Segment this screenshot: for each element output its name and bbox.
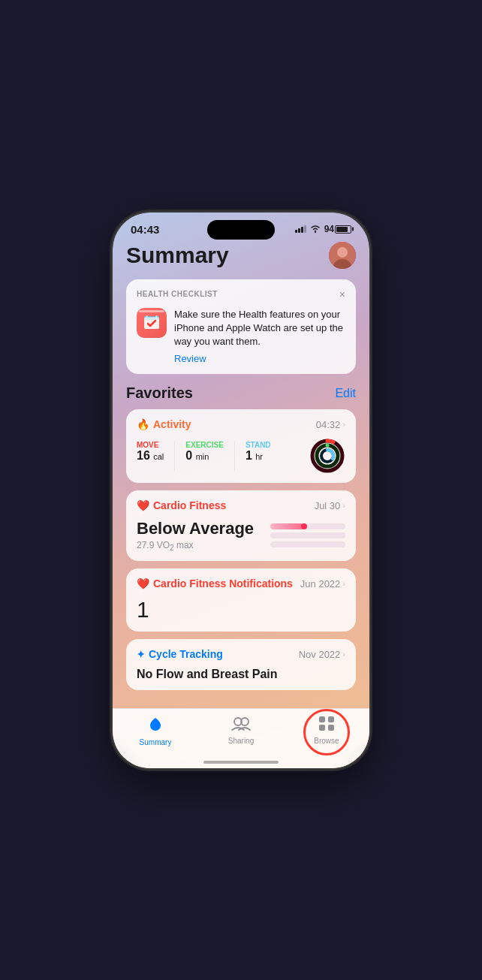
activity-time: 04:32 › — [316, 419, 345, 430]
edit-button[interactable]: Edit — [335, 387, 356, 400]
status-icons: 94 — [295, 224, 351, 234]
signal-bar-1 — [295, 230, 297, 233]
cardio-progress — [270, 523, 345, 547]
cardio-content: Below Average 27.9 VO2 max — [137, 519, 345, 552]
cycle-icon: ✦ — [137, 649, 145, 660]
sharing-tab-label: Sharing — [228, 737, 254, 745]
checklist-text: Make sure the Health features on your iP… — [174, 308, 345, 366]
move-label: Move — [137, 441, 164, 449]
signal-bar-2 — [298, 228, 300, 233]
vo2-value: 27.9 VO2 max — [137, 540, 254, 552]
progress-dot — [301, 523, 307, 529]
progress-bar-3 — [270, 541, 345, 547]
stats-container: Move 16 cal Exercise 0 min — [137, 441, 271, 471]
browse-tab-label: Browse — [314, 737, 339, 745]
chevron-right-icon: › — [342, 650, 345, 659]
health-checklist-card: HEALTH CHECKLIST × — [126, 279, 356, 375]
svg-rect-7 — [144, 318, 159, 320]
battery-fill — [336, 227, 348, 232]
activity-card[interactable]: 🔥 Activity 04:32 › Move 16 — [126, 409, 356, 483]
battery-level: 94 — [324, 224, 334, 234]
heart-notif-icon: ❤️ — [137, 577, 149, 590]
move-unit: cal — [153, 452, 164, 461]
stand-label: Stand — [246, 441, 271, 449]
cycle-subtitle: No Flow and Breast Pain — [137, 668, 345, 681]
stat-divider-1 — [174, 441, 175, 471]
checklist-header: HEALTH CHECKLIST × — [137, 288, 345, 300]
phone-screen: 04:43 94 — [113, 213, 369, 768]
cardio-label: ❤️ Cardio Fitness — [137, 499, 226, 511]
svg-rect-6 — [144, 316, 159, 318]
progress-fill — [270, 523, 304, 529]
exercise-stat: Exercise 0 min — [185, 441, 224, 471]
cycle-tracking-card[interactable]: ✦ Cycle Tracking Nov 2022 › No Flow and … — [126, 639, 356, 690]
vo2-unit: VO2 max — [157, 540, 194, 550]
activity-text: Activity — [153, 418, 191, 430]
signal-bar-4 — [304, 225, 306, 233]
exercise-label: Exercise — [185, 441, 224, 449]
heart-icon: ❤️ — [137, 499, 149, 511]
browse-tab-icon — [318, 715, 336, 734]
stand-value: 1 hr — [246, 449, 271, 463]
svg-point-1 — [337, 247, 348, 258]
checklist-section-title: HEALTH CHECKLIST — [137, 290, 218, 298]
checklist-icon — [137, 308, 167, 338]
battery-icon — [335, 225, 351, 234]
activity-rings — [309, 438, 345, 474]
progress-bar-1 — [270, 523, 345, 529]
move-stat: Move 16 cal — [137, 441, 164, 471]
favorites-title: Favorites — [126, 384, 193, 402]
cardio-fitness-card[interactable]: ❤️ Cardio Fitness Jul 30 › Below Average… — [126, 490, 356, 561]
battery-indicator: 94 — [324, 224, 351, 234]
notif-text: Cardio Fitness Notifications — [153, 577, 293, 590]
cycle-text: Cycle Tracking — [149, 648, 223, 660]
phone-frame: 04:43 94 — [113, 213, 369, 768]
chevron-right-icon: › — [342, 501, 345, 510]
stat-divider-2 — [234, 441, 235, 471]
wifi-icon — [310, 225, 321, 234]
cycle-card-header: ✦ Cycle Tracking Nov 2022 › — [137, 648, 345, 660]
cycle-date-value: Nov 2022 — [299, 649, 341, 660]
exercise-unit: min — [196, 452, 209, 461]
tab-sharing[interactable]: Sharing — [198, 715, 284, 745]
notif-label: ❤️ Cardio Fitness Notifications — [137, 577, 293, 590]
progress-bar-2 — [270, 532, 345, 538]
notif-card-header: ❤️ Cardio Fitness Notifications Jun 2022… — [137, 577, 345, 590]
page-title: Summary — [126, 243, 229, 268]
signal-bars-icon — [295, 225, 306, 233]
notif-date: Jun 2022 › — [300, 578, 345, 590]
cycle-label: ✦ Cycle Tracking — [137, 648, 223, 660]
checklist-content: Make sure the Health features on your iP… — [137, 308, 345, 366]
main-content: Summary HEALTH CHECKLIST × — [113, 239, 369, 719]
home-indicator — [203, 761, 279, 764]
activity-card-header: 🔥 Activity 04:32 › — [137, 418, 345, 430]
avatar[interactable] — [329, 242, 356, 269]
fire-icon: 🔥 — [137, 418, 149, 430]
sharing-tab-icon — [231, 715, 251, 734]
tab-browse[interactable]: Browse — [284, 715, 369, 745]
review-link[interactable]: Review — [174, 353, 206, 364]
status-time: 04:43 — [131, 223, 159, 236]
cardio-date-value: Jul 30 — [315, 500, 341, 511]
cycle-date: Nov 2022 › — [299, 649, 345, 660]
cardio-values: Below Average 27.9 VO2 max — [137, 519, 254, 552]
favorites-header: Favorites Edit — [126, 384, 356, 402]
summary-tab-label: Summary — [140, 738, 172, 746]
tab-summary[interactable]: Summary — [113, 715, 198, 746]
dynamic-island — [207, 220, 275, 240]
notification-count: 1 — [137, 597, 345, 623]
checklist-description: Make sure the Health features on your iP… — [174, 308, 345, 349]
cardio-notifications-card[interactable]: ❤️ Cardio Fitness Notifications Jun 2022… — [126, 568, 356, 632]
chevron-right-icon: › — [342, 420, 345, 429]
exercise-value: 0 min — [185, 449, 224, 463]
avatar-image — [329, 242, 356, 269]
activity-stats: Move 16 cal Exercise 0 min — [137, 438, 345, 474]
svg-rect-17 — [328, 716, 334, 722]
cardio-date: Jul 30 › — [315, 500, 345, 511]
close-button[interactable]: × — [339, 288, 345, 300]
stand-unit: hr — [255, 452, 263, 461]
summary-tab-icon — [146, 715, 164, 736]
chevron-right-icon: › — [342, 579, 345, 588]
page-header: Summary — [126, 239, 356, 269]
signal-bar-3 — [301, 227, 303, 233]
